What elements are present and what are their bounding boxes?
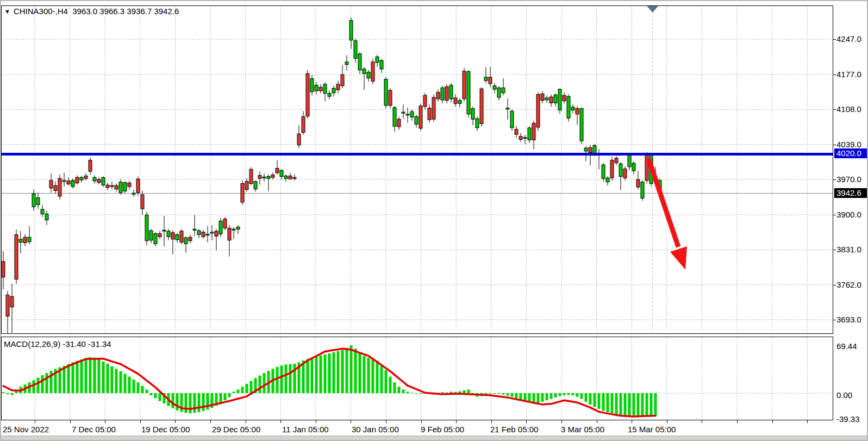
macd-histogram-bar <box>602 393 605 411</box>
time-tick-mark <box>70 420 71 423</box>
price-tick-label: 4247.0 <box>836 34 861 44</box>
macd-histogram-bar <box>394 382 396 393</box>
main-panel-border <box>2 6 833 334</box>
macd-histogram-bar <box>537 393 540 403</box>
shift-marker-triangle-icon[interactable] <box>647 6 658 13</box>
bull-candle <box>510 111 514 128</box>
macd-histogram-bar <box>502 393 505 395</box>
macd-histogram-bar <box>446 393 448 393</box>
macd-histogram-bar <box>111 367 114 394</box>
trend-arrow-shaft[interactable] <box>648 158 678 247</box>
symbol-dropdown-icon[interactable]: ▼ <box>4 8 10 15</box>
bull-candle <box>567 96 570 118</box>
macd-histogram-bar <box>624 393 627 416</box>
macd-histogram-bar <box>576 393 579 397</box>
bull-candle <box>606 178 609 182</box>
bull-candle <box>323 84 327 94</box>
macd-histogram-bar <box>520 393 522 400</box>
macd-histogram-bar <box>541 393 544 402</box>
macd-histogram-bar <box>615 393 618 414</box>
macd-histogram-bar <box>620 393 622 415</box>
macd-histogram-bar <box>320 356 322 393</box>
bear-candle <box>645 154 648 181</box>
bear-candle <box>489 77 492 84</box>
bull-candle <box>206 234 209 235</box>
macd-histogram-bar <box>120 371 122 393</box>
time-tick-mark <box>772 420 773 423</box>
macd-histogram-bar <box>76 361 79 393</box>
macd-histogram-bar <box>285 364 288 393</box>
macd-indicator-panel[interactable] <box>1 337 868 424</box>
macd-histogram-bar <box>402 389 405 393</box>
bear-candle <box>10 296 14 307</box>
bear-candle <box>563 95 566 101</box>
time-tick-mark <box>526 420 527 423</box>
mt4-chart-window: ▼CHINA300-,H4 3963.0 3966.3 3936.7 3942.… <box>0 0 868 441</box>
macd-histogram-bar <box>524 393 527 401</box>
macd-histogram-bar <box>233 392 235 393</box>
macd-histogram-bar <box>554 393 557 397</box>
bear-candle <box>58 178 61 196</box>
bear-candle <box>49 181 53 188</box>
time-tick-mark <box>316 420 316 423</box>
macd-tick-label: -39.33 <box>836 414 860 424</box>
macd-histogram-bar <box>37 378 40 393</box>
bear-candle <box>297 134 301 145</box>
bull-candle <box>197 231 201 234</box>
price-tick-mark <box>833 74 836 75</box>
time-tick-label: 9 Feb 05:00 <box>421 425 464 434</box>
bull-candle <box>506 108 509 109</box>
macd-histogram-bar <box>341 350 344 393</box>
bull-candle <box>219 221 222 234</box>
bull-candle <box>354 41 357 59</box>
bull-candle <box>284 176 288 178</box>
price-tick-mark <box>833 215 836 215</box>
bear-candle <box>371 62 374 81</box>
bear-candle <box>423 95 427 106</box>
bull-candle <box>554 95 557 103</box>
bear-candle <box>97 179 101 183</box>
bear-candle <box>180 231 183 242</box>
trend-arrow-head[interactable] <box>670 246 687 270</box>
macd-histogram-bar <box>494 393 496 394</box>
time-tick-mark <box>561 420 562 423</box>
macd-histogram-bar <box>172 393 174 408</box>
time-tick-mark <box>175 420 176 423</box>
macd-histogram-bar <box>41 375 44 393</box>
macd-histogram-bar <box>376 361 379 393</box>
bull-candle <box>415 117 418 125</box>
time-tick-label: 25 Nov 2022 <box>3 425 49 434</box>
main-price-chart[interactable] <box>1 1 868 336</box>
bull-candle <box>149 231 153 240</box>
macd-histogram-bar <box>567 393 570 395</box>
bull-candle <box>384 79 388 105</box>
macd-histogram-bar <box>411 393 414 393</box>
price-tick-label: 3970.0 <box>836 175 861 184</box>
bull-candle <box>571 107 574 110</box>
price-tick-mark <box>833 285 836 285</box>
bull-candle <box>19 239 22 243</box>
price-tick-mark <box>833 320 836 320</box>
symbol-period-label: CHINA300-,H4 <box>14 7 68 16</box>
bull-candle <box>641 182 644 198</box>
time-tick-label: 11 Jan 05:00 <box>282 425 329 434</box>
bull-candle <box>93 177 96 181</box>
bull-candle <box>545 98 548 100</box>
macd-histogram-bar <box>224 393 227 400</box>
bull-candle <box>458 101 461 104</box>
hline-price-label[interactable]: 4020.0 <box>834 148 868 158</box>
macd-histogram-bar <box>637 393 640 417</box>
bear-candle <box>89 160 92 171</box>
bull-candle <box>154 234 157 244</box>
macd-indicator-label: MACD(12,26,9) -31.40 -31.34 <box>4 339 111 349</box>
current-price-label: 3942.6 <box>834 188 868 198</box>
bear-candle <box>480 89 483 123</box>
bear-candle <box>54 185 57 190</box>
bull-candle <box>167 231 170 237</box>
bear-candle <box>536 95 540 128</box>
price-tick-label: 3693.0 <box>836 315 861 325</box>
price-tick-mark <box>833 109 836 110</box>
bull-candle <box>32 194 35 207</box>
macd-histogram-bar <box>407 392 409 393</box>
macd-histogram-bar <box>594 393 596 407</box>
